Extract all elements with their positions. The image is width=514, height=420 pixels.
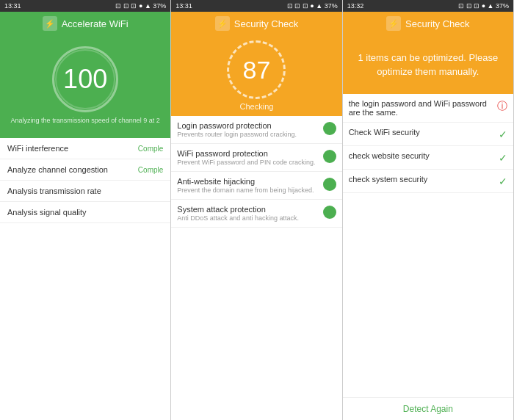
panel2-list: Login password protection Prevents route… <box>171 116 341 420</box>
panel1-header: ⚡ Accelerate WiFi <box>0 12 170 35</box>
ok-icon: ✓ <box>499 175 507 187</box>
item-title: WiFi password protection <box>177 149 319 158</box>
status-dot-ok <box>323 122 336 135</box>
detect-again-button[interactable]: Detect Again <box>343 397 513 420</box>
item-title: check website security <box>349 151 496 160</box>
status-bar-1: 13:31 ⊡ ⊡ ⊡ ● ▲ 37% <box>0 0 170 12</box>
item-title: Anti-website hijacking <box>177 177 319 186</box>
status-dot-ok <box>323 178 336 191</box>
status-icons-3: ⊡ ⊡ ⊡ ● ▲ 37% <box>458 2 509 10</box>
item-text: check website security <box>349 151 496 160</box>
wifi-logo-1: ⚡ <box>43 16 57 31</box>
list-item: Analysis transmission rate <box>0 181 170 202</box>
optimize-message: 1 items can be optimized. Please optimiz… <box>343 35 513 94</box>
item-text: check system security <box>349 175 496 184</box>
panel-accelerate-wifi: 13:31 ⊡ ⊡ ⊡ ● ▲ 37% ⚡ Accelerate WiFi 10… <box>0 0 171 420</box>
status-dot-ok <box>323 150 336 163</box>
panel1-circle-area: 100 Analyzing the transmission speed of … <box>0 35 170 138</box>
score-value-2: 87 <box>243 56 271 84</box>
status-time-1: 13:31 <box>4 2 21 10</box>
item-title: System attack protection <box>177 205 319 214</box>
wifi-logo-2: ⚡ <box>215 16 230 31</box>
item-title: Check WiFi security <box>349 128 496 137</box>
item-text: the login password and WiFi password are… <box>349 99 494 117</box>
panel2-circle-area: 87 Checking <box>171 35 341 116</box>
item-title: check system security <box>349 175 496 184</box>
panel1-list: WiFi interference Comple Analyze channel… <box>0 138 170 420</box>
panel3-list: the login password and WiFi password are… <box>343 94 513 397</box>
item-sub: Prevents router login password cracking. <box>177 131 319 138</box>
item-label: WiFi interference <box>7 144 68 153</box>
item-text: Login password protection Prevents route… <box>177 121 319 138</box>
list-item: Login password protection Prevents route… <box>171 116 341 144</box>
list-item: WiFi interference Comple <box>0 138 170 159</box>
item-label: Analyze channel congestion <box>7 165 108 174</box>
panel-security-checking: 13:31 ⊡ ⊡ ⊡ ● ▲ 37% ⚡ Security Check 87 … <box>171 0 342 420</box>
list-item: check system security ✓ <box>343 170 513 193</box>
status-bar-2: 13:31 ⊡ ⊡ ⊡ ● ▲ 37% <box>171 0 341 12</box>
panel-security-results: 13:32 ⊡ ⊡ ⊡ ● ▲ 37% ⚡ Security Check 1 i… <box>343 0 514 420</box>
panel1-title: Accelerate WiFi <box>62 18 128 29</box>
ok-icon: ✓ <box>499 152 507 164</box>
list-item: System attack protection Anti DDoS attac… <box>171 200 341 228</box>
item-sub: Prevent the domain name from being hijac… <box>177 187 319 194</box>
list-item: Analyze channel congestion Comple <box>0 159 170 181</box>
warn-icon: ⓘ <box>497 100 507 113</box>
item-status: Comple <box>138 166 163 174</box>
status-icons-2: ⊡ ⊡ ⊡ ● ▲ 37% <box>287 2 338 10</box>
wifi-logo-3: ⚡ <box>386 16 401 31</box>
status-dot-ok <box>323 206 336 219</box>
item-sub: Prevent WiFi password and PIN code crack… <box>177 159 319 166</box>
list-item: Check WiFi security ✓ <box>343 123 513 146</box>
analyzing-text: Analyzing the transmission speed of chan… <box>8 112 163 127</box>
status-icons-1: ⊡ ⊡ ⊡ ● ▲ 37% <box>115 2 166 10</box>
score-circle-2: 87 <box>227 40 286 99</box>
status-time-3: 13:32 <box>347 2 364 10</box>
panel3-header: ⚡ Security Check <box>343 12 513 35</box>
list-item: the login password and WiFi password are… <box>343 94 513 123</box>
item-status: Comple <box>138 145 163 153</box>
score-value-1: 100 <box>63 64 107 95</box>
status-bar-3: 13:32 ⊡ ⊡ ⊡ ● ▲ 37% <box>343 0 513 12</box>
status-time-2: 13:31 <box>175 2 192 10</box>
item-text: Check WiFi security <box>349 128 496 137</box>
item-sub: Anti DDoS attack and anti hacking attack… <box>177 214 319 222</box>
checking-text: Checking <box>240 102 274 111</box>
item-text: WiFi password protection Prevent WiFi pa… <box>177 149 319 166</box>
list-item: Anti-website hijacking Prevent the domai… <box>171 172 341 200</box>
panel2-header: ⚡ Security Check <box>171 12 341 35</box>
optimize-text: 1 items can be optimized. Please optimiz… <box>352 51 504 79</box>
ok-icon: ✓ <box>499 128 507 140</box>
item-label: Analysis signal quality <box>7 208 87 217</box>
item-label: Analysis transmission rate <box>7 187 101 195</box>
list-item: check website security ✓ <box>343 146 513 170</box>
item-text: Anti-website hijacking Prevent the domai… <box>177 177 319 194</box>
item-title: the login password and WiFi password are… <box>349 99 494 117</box>
item-title: Login password protection <box>177 121 319 130</box>
score-circle-1: 100 <box>52 46 118 112</box>
panel3-title: Security Check <box>405 18 469 29</box>
list-item: Analysis signal quality <box>0 202 170 223</box>
panel2-title: Security Check <box>234 18 298 29</box>
item-text: System attack protection Anti DDoS attac… <box>177 205 319 222</box>
list-item: WiFi password protection Prevent WiFi pa… <box>171 144 341 172</box>
